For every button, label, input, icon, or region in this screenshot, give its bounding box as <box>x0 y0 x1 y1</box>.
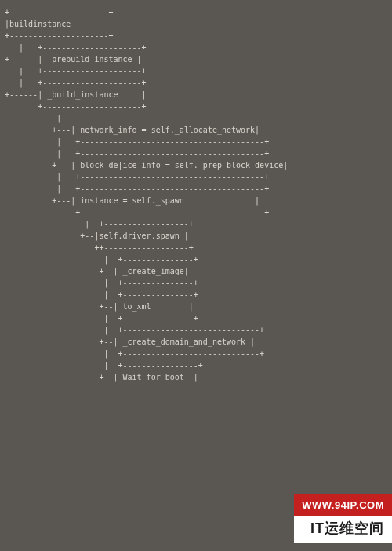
watermark-brand: IT运维空间 <box>294 516 392 543</box>
watermark-url: WWW.94IP.COM <box>294 494 392 516</box>
call-tree-diagram: +---------------------+ |buildinstance |… <box>0 0 392 389</box>
watermark: WWW.94IP.COM IT运维空间 <box>294 494 392 544</box>
